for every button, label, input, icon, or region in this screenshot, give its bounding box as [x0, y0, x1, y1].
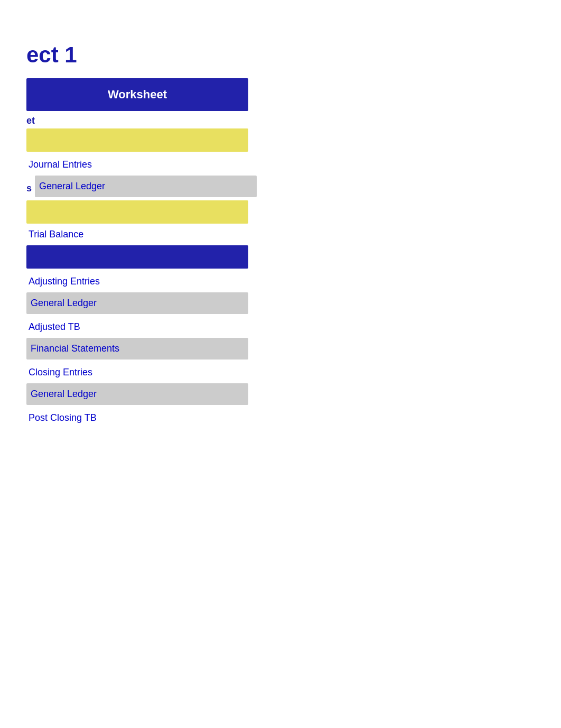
adjusted-tb-item[interactable]: Adjusted TB: [26, 316, 264, 338]
trial-balance-item[interactable]: Trial Balance: [26, 224, 264, 245]
yellow-bar-1: [26, 128, 248, 152]
section-label-et: et: [26, 115, 264, 126]
journal-entries-item[interactable]: Journal Entries: [26, 154, 264, 176]
general-ledger-1-item[interactable]: General Ledger: [35, 176, 257, 197]
adjusting-entries-item[interactable]: Adjusting Entries: [26, 271, 264, 292]
general-ledger-3-item[interactable]: General Ledger: [26, 383, 248, 405]
page-title: ect 1: [26, 42, 264, 68]
worksheet-header[interactable]: Worksheet: [26, 78, 248, 111]
main-container: ect 1 Worksheet et Journal Entries s Gen…: [0, 0, 264, 429]
yellow-bar-2: [26, 200, 248, 224]
blue-bar-1: [26, 245, 248, 269]
general-ledger-2-item[interactable]: General Ledger: [26, 292, 248, 314]
closing-entries-item[interactable]: Closing Entries: [26, 362, 264, 383]
section-label-s: s: [26, 183, 35, 194]
financial-statements-item[interactable]: Financial Statements: [26, 338, 248, 360]
post-closing-tb-item[interactable]: Post Closing TB: [26, 407, 264, 429]
